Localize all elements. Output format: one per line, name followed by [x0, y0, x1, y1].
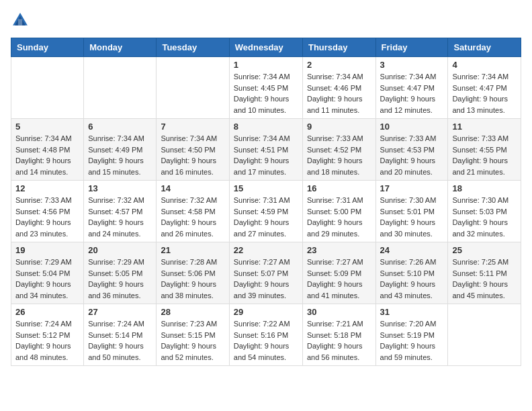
- calendar-cell: 6Sunrise: 7:34 AMSunset: 4:49 PMDaylight…: [84, 119, 157, 181]
- calendar-header-tuesday: Tuesday: [157, 38, 229, 57]
- day-number: 18: [452, 183, 517, 193]
- day-info: Sunrise: 7:27 AMSunset: 5:09 PMDaylight:…: [307, 257, 371, 301]
- svg-rect-2: [18, 19, 22, 25]
- calendar-cell: 3Sunrise: 7:34 AMSunset: 4:47 PMDaylight…: [375, 57, 448, 119]
- day-info: Sunrise: 7:33 AMSunset: 4:53 PMDaylight:…: [380, 133, 444, 177]
- day-info: Sunrise: 7:34 AMSunset: 4:50 PMDaylight:…: [161, 133, 224, 177]
- day-info: Sunrise: 7:24 AMSunset: 5:14 PMDaylight:…: [88, 318, 152, 363]
- calendar-cell: [448, 304, 521, 366]
- day-number: 31: [380, 307, 444, 317]
- calendar-cell: 22Sunrise: 7:27 AMSunset: 5:07 PMDayligh…: [229, 242, 302, 304]
- day-number: 10: [380, 122, 444, 132]
- day-number: 9: [307, 122, 371, 132]
- day-number: 22: [234, 245, 298, 255]
- calendar-cell: 2Sunrise: 7:34 AMSunset: 4:46 PMDaylight…: [302, 57, 375, 119]
- calendar-cell: 27Sunrise: 7:24 AMSunset: 5:14 PMDayligh…: [84, 304, 157, 366]
- calendar-cell: 4Sunrise: 7:34 AMSunset: 4:47 PMDaylight…: [448, 57, 521, 119]
- day-info: Sunrise: 7:34 AMSunset: 4:49 PMDaylight:…: [88, 133, 152, 177]
- calendar-cell: 1Sunrise: 7:34 AMSunset: 4:45 PMDaylight…: [229, 57, 302, 119]
- calendar-cell: 17Sunrise: 7:30 AMSunset: 5:01 PMDayligh…: [375, 181, 448, 242]
- day-info: Sunrise: 7:22 AMSunset: 5:16 PMDaylight:…: [234, 318, 298, 363]
- day-info: Sunrise: 7:23 AMSunset: 5:15 PMDaylight:…: [161, 318, 224, 363]
- day-number: 26: [15, 307, 79, 317]
- logo-icon: [11, 11, 30, 30]
- calendar-week-4: 19Sunrise: 7:29 AMSunset: 5:04 PMDayligh…: [11, 242, 521, 304]
- day-number: 12: [15, 183, 79, 193]
- day-info: Sunrise: 7:25 AMSunset: 5:11 PMDaylight:…: [452, 257, 517, 301]
- day-info: Sunrise: 7:33 AMSunset: 4:52 PMDaylight:…: [307, 133, 371, 177]
- day-number: 13: [88, 183, 152, 193]
- day-info: Sunrise: 7:26 AMSunset: 5:10 PMDaylight:…: [380, 257, 444, 301]
- calendar-header-friday: Friday: [375, 38, 448, 57]
- calendar-cell: 15Sunrise: 7:31 AMSunset: 4:59 PMDayligh…: [229, 181, 302, 242]
- day-info: Sunrise: 7:32 AMSunset: 4:58 PMDaylight:…: [161, 195, 224, 239]
- day-number: 25: [452, 245, 517, 255]
- calendar-week-3: 12Sunrise: 7:33 AMSunset: 4:56 PMDayligh…: [11, 181, 521, 242]
- day-info: Sunrise: 7:31 AMSunset: 4:59 PMDaylight:…: [234, 195, 298, 239]
- header: [11, 11, 521, 30]
- calendar-cell: 31Sunrise: 7:20 AMSunset: 5:19 PMDayligh…: [375, 304, 448, 366]
- calendar-cell: 8Sunrise: 7:34 AMSunset: 4:51 PMDaylight…: [229, 119, 302, 181]
- calendar-week-5: 26Sunrise: 7:24 AMSunset: 5:12 PMDayligh…: [11, 304, 521, 366]
- calendar-cell: 13Sunrise: 7:32 AMSunset: 4:57 PMDayligh…: [84, 181, 157, 242]
- day-info: Sunrise: 7:33 AMSunset: 4:55 PMDaylight:…: [452, 133, 517, 177]
- day-number: 30: [307, 307, 371, 317]
- day-info: Sunrise: 7:30 AMSunset: 5:03 PMDaylight:…: [452, 195, 517, 239]
- calendar-cell: 21Sunrise: 7:28 AMSunset: 5:06 PMDayligh…: [157, 242, 229, 304]
- day-number: 11: [452, 122, 517, 132]
- calendar-header-wednesday: Wednesday: [229, 38, 302, 57]
- day-info: Sunrise: 7:32 AMSunset: 4:57 PMDaylight:…: [88, 195, 152, 239]
- day-info: Sunrise: 7:29 AMSunset: 5:05 PMDaylight:…: [88, 257, 152, 301]
- day-number: 20: [88, 245, 152, 255]
- calendar-week-1: 1Sunrise: 7:34 AMSunset: 4:45 PMDaylight…: [11, 57, 521, 119]
- day-number: 23: [307, 245, 371, 255]
- day-info: Sunrise: 7:34 AMSunset: 4:47 PMDaylight:…: [452, 71, 517, 116]
- day-number: 7: [161, 122, 224, 132]
- calendar-cell: 24Sunrise: 7:26 AMSunset: 5:10 PMDayligh…: [375, 242, 448, 304]
- day-info: Sunrise: 7:34 AMSunset: 4:46 PMDaylight:…: [307, 71, 371, 116]
- day-info: Sunrise: 7:28 AMSunset: 5:06 PMDaylight:…: [161, 257, 224, 301]
- day-info: Sunrise: 7:21 AMSunset: 5:18 PMDaylight:…: [307, 318, 371, 363]
- calendar-header-saturday: Saturday: [448, 38, 521, 57]
- day-info: Sunrise: 7:30 AMSunset: 5:01 PMDaylight:…: [380, 195, 444, 239]
- calendar-cell: 16Sunrise: 7:31 AMSunset: 5:00 PMDayligh…: [302, 181, 375, 242]
- day-number: 8: [234, 122, 298, 132]
- calendar-cell: 14Sunrise: 7:32 AMSunset: 4:58 PMDayligh…: [157, 181, 229, 242]
- day-info: Sunrise: 7:29 AMSunset: 5:04 PMDaylight:…: [15, 257, 79, 301]
- calendar-header-monday: Monday: [84, 38, 157, 57]
- calendar-cell: 30Sunrise: 7:21 AMSunset: 5:18 PMDayligh…: [302, 304, 375, 366]
- calendar-header-thursday: Thursday: [302, 38, 375, 57]
- day-number: 15: [234, 183, 298, 193]
- day-info: Sunrise: 7:34 AMSunset: 4:47 PMDaylight:…: [380, 71, 444, 116]
- calendar-cell: 26Sunrise: 7:24 AMSunset: 5:12 PMDayligh…: [11, 304, 84, 366]
- calendar-cell: 28Sunrise: 7:23 AMSunset: 5:15 PMDayligh…: [157, 304, 229, 366]
- calendar-cell: 9Sunrise: 7:33 AMSunset: 4:52 PMDaylight…: [302, 119, 375, 181]
- calendar-cell: 12Sunrise: 7:33 AMSunset: 4:56 PMDayligh…: [11, 181, 84, 242]
- day-number: 5: [15, 122, 79, 132]
- calendar-cell: 20Sunrise: 7:29 AMSunset: 5:05 PMDayligh…: [84, 242, 157, 304]
- day-info: Sunrise: 7:20 AMSunset: 5:19 PMDaylight:…: [380, 318, 444, 363]
- day-number: 27: [88, 307, 152, 317]
- calendar-header-sunday: Sunday: [11, 38, 84, 57]
- day-number: 17: [380, 183, 444, 193]
- day-info: Sunrise: 7:24 AMSunset: 5:12 PMDaylight:…: [15, 318, 79, 363]
- calendar-cell: 29Sunrise: 7:22 AMSunset: 5:16 PMDayligh…: [229, 304, 302, 366]
- day-number: 19: [15, 245, 79, 255]
- calendar-week-2: 5Sunrise: 7:34 AMSunset: 4:48 PMDaylight…: [11, 119, 521, 181]
- calendar-cell: 19Sunrise: 7:29 AMSunset: 5:04 PMDayligh…: [11, 242, 84, 304]
- calendar-cell: 11Sunrise: 7:33 AMSunset: 4:55 PMDayligh…: [448, 119, 521, 181]
- calendar-cell: 7Sunrise: 7:34 AMSunset: 4:50 PMDaylight…: [157, 119, 229, 181]
- calendar-cell: 10Sunrise: 7:33 AMSunset: 4:53 PMDayligh…: [375, 119, 448, 181]
- day-info: Sunrise: 7:31 AMSunset: 5:00 PMDaylight:…: [307, 195, 371, 239]
- day-number: 1: [234, 60, 298, 70]
- calendar-cell: 25Sunrise: 7:25 AMSunset: 5:11 PMDayligh…: [448, 242, 521, 304]
- calendar-cell: [157, 57, 229, 119]
- day-number: 29: [234, 307, 298, 317]
- day-info: Sunrise: 7:27 AMSunset: 5:07 PMDaylight:…: [234, 257, 298, 301]
- day-number: 24: [380, 245, 444, 255]
- day-info: Sunrise: 7:34 AMSunset: 4:51 PMDaylight:…: [234, 133, 298, 177]
- day-info: Sunrise: 7:34 AMSunset: 4:48 PMDaylight:…: [15, 133, 79, 177]
- logo: [11, 11, 32, 30]
- day-number: 2: [307, 60, 371, 70]
- calendar-cell: [84, 57, 157, 119]
